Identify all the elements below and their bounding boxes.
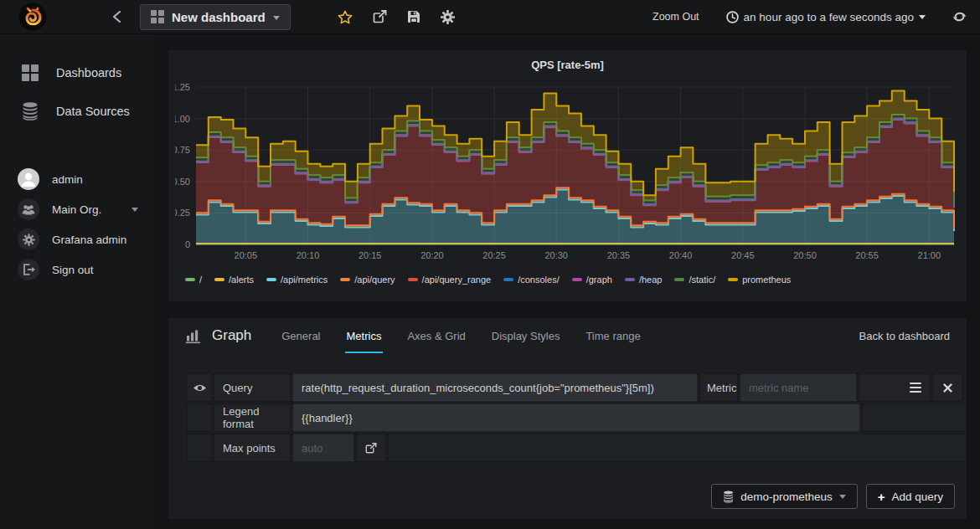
legend-label: prometheus	[742, 275, 791, 285]
remove-query-button[interactable]	[932, 373, 962, 402]
tab-time-range[interactable]: Time range	[584, 320, 642, 353]
sidebar-item-data-sources[interactable]: Data Sources	[0, 92, 155, 131]
editor-tabs: General Metrics Axes & Grid Display Styl…	[280, 318, 642, 353]
sidebar-item-admin-profile[interactable]: admin	[0, 164, 155, 194]
org-name-label: Main Org.	[52, 203, 101, 216]
svg-text:20:35: 20:35	[607, 250, 631, 260]
legend-swatch	[728, 278, 738, 281]
legend-item[interactable]: /api/query	[340, 275, 395, 285]
external-link-icon	[365, 443, 377, 454]
avatar	[18, 168, 39, 190]
editor-panel-type: Graph	[185, 327, 251, 344]
legend-item[interactable]: /	[185, 275, 202, 285]
caret-down-icon	[839, 495, 846, 499]
gear-icon	[18, 229, 39, 250]
legend-item[interactable]: /graph	[572, 275, 612, 285]
editor-header: Graph General Metrics Axes & Grid Displa…	[168, 318, 967, 353]
share-icon	[373, 10, 387, 23]
legend-format-input-cell	[292, 403, 860, 432]
gear-icon	[441, 10, 455, 24]
sidebar-item-main-org[interactable]: Main Org.	[0, 194, 155, 224]
sidebar-item-grafana-admin[interactable]: Grafana admin	[0, 224, 155, 254]
tab-display-styles[interactable]: Display Styles	[490, 320, 562, 353]
add-query-button[interactable]: + Add query	[866, 484, 955, 509]
dashboard-title-button[interactable]: New dashboard	[140, 4, 291, 30]
svg-text:20:15: 20:15	[358, 250, 382, 260]
query-input-cell	[292, 373, 698, 402]
query-input[interactable]	[293, 382, 697, 394]
sidebar-item-sign-out[interactable]: Sign out	[0, 254, 155, 285]
users-icon	[18, 198, 39, 220]
tab-axes-grid[interactable]: Axes & Grid	[405, 320, 467, 353]
legend-item[interactable]: /api/metrics	[266, 275, 328, 285]
legend-format-label: Legend format	[214, 403, 291, 432]
svg-text:0.75: 0.75	[175, 145, 190, 155]
legend-item[interactable]: prometheus	[728, 275, 791, 285]
zoom-out-button[interactable]: Zoom Out	[652, 11, 699, 23]
datasource-name: demo-prometheus	[740, 490, 833, 503]
dashboard-actions	[338, 10, 455, 24]
settings-gear-button[interactable]	[441, 10, 455, 24]
topbar-right: Zoom Out an hour ago to a few seconds ag…	[652, 10, 980, 24]
top-nav-bar: New dashboard Zo	[0, 0, 980, 34]
legend-item[interactable]: /heap	[625, 275, 663, 285]
max-points-input[interactable]	[293, 442, 353, 455]
svg-text:20:45: 20:45	[731, 250, 755, 260]
dashboard-grid-icon	[151, 10, 164, 23]
star-button[interactable]	[338, 10, 353, 24]
dashboard-title: New dashboard	[172, 10, 266, 24]
tab-general[interactable]: General	[280, 320, 322, 353]
save-button[interactable]	[407, 10, 420, 23]
query-row: Query Metric	[187, 373, 967, 402]
tab-metrics[interactable]: Metrics	[345, 320, 384, 353]
time-range-picker[interactable]: an hour ago to a few seconds ago	[721, 10, 931, 24]
sidebar-item-dashboards[interactable]: Dashboards	[0, 54, 155, 92]
legend-swatch	[572, 278, 582, 281]
back-to-dashboard-link[interactable]: Back to dashboard	[859, 330, 950, 342]
query-menu-icon[interactable]	[910, 383, 921, 393]
editor-panel-type-label: Graph	[212, 327, 251, 344]
qps-chart[interactable]: 00.250.500.751.001.2520:0520:1020:1520:2…	[175, 77, 960, 271]
clock-icon	[726, 11, 739, 23]
legend-swatch	[340, 278, 350, 281]
panel-title[interactable]: QPS [rate-5m]	[168, 50, 967, 77]
empty-cell	[862, 403, 967, 432]
bar-chart-icon	[185, 328, 202, 344]
legend-format-row: Legend format	[187, 403, 967, 432]
sign-out-icon	[18, 259, 39, 280]
max-points-input-cell	[292, 434, 354, 462]
legend-label: /alerts	[229, 275, 254, 285]
svg-text:20:10: 20:10	[297, 250, 320, 260]
toggle-query-visibility-button[interactable]	[187, 373, 212, 402]
grafana-logo-icon[interactable]	[18, 3, 47, 31]
max-points-link-button[interactable]	[356, 434, 386, 462]
legend-label: /heap	[639, 275, 663, 285]
legend-item[interactable]: /alerts	[214, 275, 254, 285]
database-icon	[723, 490, 734, 503]
legend-format-input[interactable]	[293, 412, 859, 424]
time-range-label: an hour ago to a few seconds ago	[744, 11, 914, 23]
legend-swatch	[185, 278, 195, 281]
max-points-row: Max points	[187, 434, 967, 462]
refresh-icon	[952, 10, 967, 23]
legend-label: /consoles/	[518, 275, 560, 285]
legend-item[interactable]: /consoles/	[503, 275, 560, 285]
datasource-selector-button[interactable]: demo-prometheus	[711, 484, 858, 509]
metric-name-input[interactable]	[740, 382, 856, 394]
sidebar-item-label: Data Sources	[56, 105, 130, 118]
legend-swatch	[625, 278, 635, 281]
refresh-button[interactable]	[952, 10, 967, 23]
legend-item[interactable]: /api/query_range	[408, 275, 492, 285]
add-query-label: Add query	[891, 490, 943, 503]
legend-item[interactable]: /static/	[674, 275, 715, 285]
metric-label: Metric	[699, 373, 738, 402]
star-icon	[338, 11, 351, 23]
grid-icon	[20, 64, 40, 82]
grafana-admin-label: Grafana admin	[52, 234, 126, 246]
database-icon	[20, 102, 40, 121]
query-label: Query	[214, 373, 291, 402]
share-button[interactable]	[373, 10, 387, 23]
sidebar-collapse-chevron-icon[interactable]	[112, 10, 121, 23]
caret-down-icon	[132, 208, 138, 212]
sign-out-label: Sign out	[52, 264, 94, 276]
